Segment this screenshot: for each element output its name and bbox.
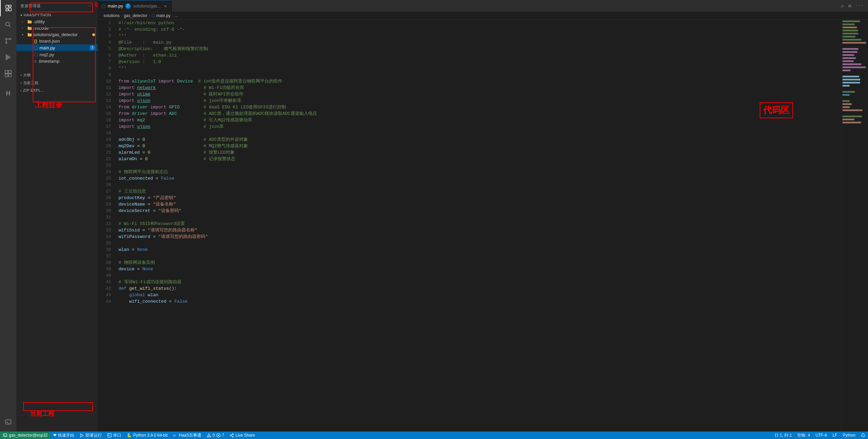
status-line-ending[interactable]: LF — [830, 432, 840, 439]
warnings-count: 0 — [212, 433, 215, 438]
activity-run[interactable] — [0, 49, 16, 65]
python-version-label: Python 3.9.0 64-bit — [133, 433, 168, 438]
code-line — [119, 240, 841, 246]
live-share-label: Live Share — [235, 433, 255, 438]
code-line: import mq2 # 引入MQ2传感器驱动库 — [119, 117, 841, 123]
code-content[interactable]: #!/usr/bin/env python # -*- encoding: ut… — [115, 20, 841, 432]
breadcrumb-more[interactable]: ... — [175, 13, 178, 18]
tab-badge: 7 — [125, 3, 131, 9]
tree-item-vscode[interactable]: › .vscode — [16, 25, 98, 31]
svg-text:H: H — [173, 434, 175, 437]
code-line: productKey = "产品密钥" — [119, 195, 841, 201]
status-heart[interactable]: ❤ 快速开始 — [50, 432, 77, 439]
section-current-project[interactable]: › 当前工程 — [16, 79, 98, 87]
status-notifications[interactable] — [858, 432, 868, 439]
split-editor-button[interactable]: ⊞ — [847, 2, 852, 10]
status-deploy[interactable]: 部署运行 — [77, 432, 105, 439]
python-status-icon: 🐍 — [127, 433, 132, 438]
code-line: import utime # 延时API所在组件 — [119, 91, 841, 97]
tabs-bar: ⬡ main.py 7 solutions/gas... × ▷ ⊞ ··· — [98, 0, 868, 12]
activity-extensions[interactable] — [0, 65, 16, 82]
code-line: wlan = None — [119, 246, 841, 253]
code-line — [119, 253, 841, 259]
status-python[interactable]: 🐍 Python 3.9.0 64-bit — [124, 432, 170, 439]
more-actions-button[interactable]: ··· — [854, 2, 865, 9]
code-line: wifi_connected = False — [119, 298, 841, 305]
activity-explorer[interactable] — [0, 0, 16, 16]
code-line: iot_connected = False — [119, 175, 841, 182]
status-haas[interactable]: H HaaS百事通 — [170, 432, 204, 439]
svg-rect-13 — [9, 74, 11, 77]
status-language[interactable]: Python — [840, 432, 858, 439]
status-line-col[interactable]: 行 1, 列 1 — [772, 432, 795, 439]
section-zip-explorer[interactable]: › ZIP EXPL... — [16, 87, 98, 94]
breadcrumb-main-py[interactable]: main.py — [156, 13, 171, 18]
code-line: #!/usr/bin/env python — [119, 20, 841, 26]
breadcrumb-gas-detector[interactable]: gas_detector — [124, 13, 147, 18]
line-numbers: 12345 678910 1112131415 1617181920 21222… — [98, 20, 115, 432]
tab-close-button[interactable]: × — [163, 3, 168, 9]
svg-rect-11 — [9, 71, 11, 73]
haas-label: HaaS百事通 — [179, 433, 201, 438]
tree-item-label: .timestamp — [38, 59, 60, 64]
code-line: import ujson # json库 — [119, 123, 841, 130]
tree-item-utility[interactable]: › .utility — [16, 18, 98, 25]
status-spaces[interactable]: 空格: 4 — [794, 432, 812, 439]
tree-item-label: .utility — [33, 19, 45, 24]
tree-item-mq2-py[interactable]: ⬡ mq2.py — [16, 51, 98, 58]
code-line: device = None — [119, 266, 841, 272]
code-line: def get_wifi_status(): — [119, 285, 841, 292]
tree-item-gas-detector[interactable]: ▾ solutions/gas_detector — [16, 31, 98, 38]
status-terminal[interactable]: 串口 — [105, 432, 124, 439]
code-line: wifiPassword = "请填写您的路由器密码" — [119, 233, 841, 240]
errors-count: 7 — [222, 433, 224, 438]
tree-item-label: .vscode — [33, 26, 49, 31]
svg-rect-12 — [5, 74, 8, 77]
code-line: ''' — [119, 65, 841, 72]
python-icon: ⬡ — [34, 45, 38, 50]
code-line: # 三元组信息 — [119, 188, 841, 195]
code-line: @Description: 燃气检测和报警灯控制 — [119, 46, 841, 52]
activity-source-control[interactable] — [0, 33, 16, 49]
activity-haas[interactable]: H — [0, 85, 16, 102]
svg-point-18 — [209, 436, 209, 436]
activity-remote[interactable] — [0, 414, 16, 430]
tree-item-timestamp[interactable]: ≡ .timestamp — [16, 58, 98, 64]
svg-point-8 — [5, 38, 7, 40]
breadcrumb-solutions[interactable]: solutions — [104, 13, 120, 18]
status-remote[interactable]: gas_detector@esp32 — [0, 432, 50, 439]
app-container: H 资源管理器 ··· ▾ HAASPYTHON — [0, 0, 868, 439]
status-live-share[interactable]: Live Share — [227, 432, 257, 439]
tree-item-board-json[interactable]: {} board.json — [16, 38, 98, 44]
tree-item-main-py[interactable]: ⬡ main.py 7 — [16, 44, 98, 51]
section-label: 当前工程 — [23, 80, 39, 86]
breadcrumb-file-icon: ⬡ — [152, 13, 155, 18]
status-warnings[interactable]: 0 7 — [204, 432, 227, 439]
code-line: from driver import ADC # ADC类，通过微处理器的ADC… — [119, 110, 841, 117]
code-line: alarmOn = 0 # 记录报警状态 — [119, 156, 841, 162]
file-badge: 7 — [90, 45, 95, 50]
status-encoding[interactable]: UTF-8 — [813, 432, 830, 439]
code-line: ''' — [119, 33, 841, 39]
svg-point-4 — [6, 22, 10, 26]
sidebar-more-button[interactable]: ··· — [88, 3, 94, 9]
svg-marker-14 — [81, 434, 83, 437]
section-label: ZIP EXPL... — [23, 88, 45, 92]
code-line: from aliyunIoT import Device # iot组件是连接阿… — [119, 78, 841, 85]
section-haaspython[interactable]: ▾ HAASPYTHON — [16, 12, 98, 18]
tree-item-label: board.json — [39, 39, 60, 44]
text-icon: ≡ — [34, 59, 36, 64]
run-button[interactable]: ▷ — [840, 2, 846, 10]
code-line: deviceSecret = "设备密码" — [119, 208, 841, 214]
tab-main-py[interactable]: ⬡ main.py 7 solutions/gas... × — [98, 0, 172, 12]
activity-search[interactable] — [0, 16, 16, 33]
section-outline[interactable]: › 大纲 — [16, 71, 98, 79]
minimap — [841, 20, 868, 432]
code-line — [119, 182, 841, 188]
code-line: # -*- encoding: utf-8 -*- — [119, 26, 841, 33]
svg-point-24 — [233, 436, 234, 437]
code-line: import ujson # json字串解析库 — [119, 97, 841, 104]
remote-icon — [3, 433, 7, 438]
json-icon: {} — [34, 39, 37, 44]
code-line — [119, 214, 841, 221]
